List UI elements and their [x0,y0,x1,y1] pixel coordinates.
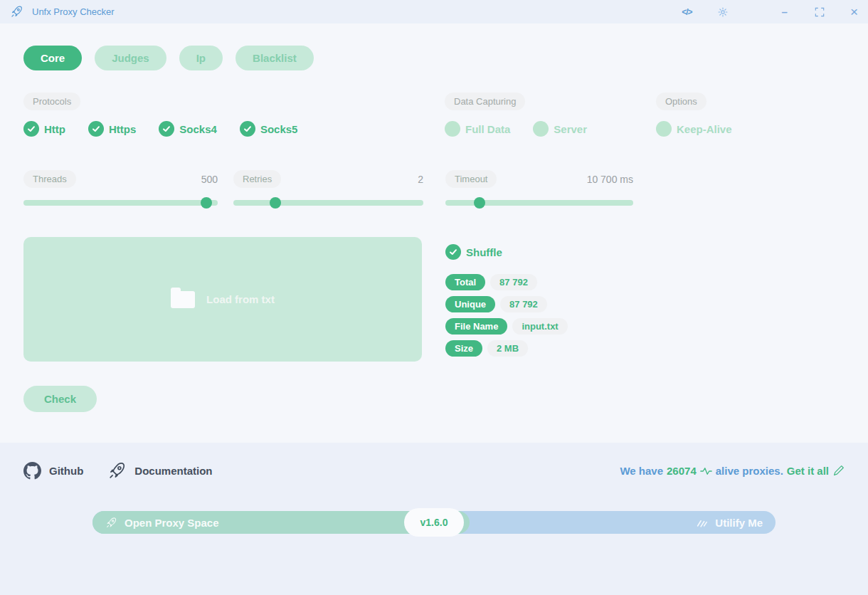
utilify-me-link[interactable]: Utilify Me [470,511,776,534]
timeout-label: Timeout [445,170,497,188]
timeout-value: 10 700 ms [587,174,633,185]
alive-proxies-promo: We have 26074 alive proxies. Get it all [620,465,845,477]
maximize-button[interactable] [815,7,825,17]
promo-prefix: We have [620,465,663,477]
close-button[interactable]: × [850,4,858,20]
pulse-icon [700,467,712,475]
protocols-section-label: Protocols [23,93,80,110]
stat-key: File Name [445,318,507,335]
retries-label: Retries [233,170,281,188]
check-icon [445,244,461,260]
stat-value: 2 MB [487,340,528,357]
tab-ip[interactable]: Ip [179,46,223,70]
options-section-label: Options [656,93,706,110]
minimize-button[interactable]: – [782,6,788,18]
promo-middle: alive proxies. [716,465,783,477]
data-capturing-group: Full Data Server [445,121,656,137]
sliders-row: Threads 500 Retries 2 Timeout 10 700 ms [23,170,845,206]
check-icon [23,121,39,137]
check-icon [240,121,255,137]
threads-label: Threads [23,170,76,188]
protocols-group: Http Https Socks4 Socks5 [23,121,445,137]
load-row: Load from txt Shuffle Total 87 792 Uniqu… [23,237,845,362]
checkbox-socks5[interactable]: Socks5 [240,121,298,137]
tab-core[interactable]: Core [23,46,82,70]
promo-count: 26074 [667,465,697,477]
checkbox-server[interactable]: Server [533,121,587,137]
stat-unique: Unique 87 792 [445,296,568,312]
threads-slider: Threads 500 [23,170,218,206]
checkbox-keep-alive[interactable]: Keep-Alive [656,121,732,137]
retries-value: 2 [418,174,423,185]
app-title: Unfx Proxy Checker [32,6,115,17]
github-icon [23,462,41,480]
retries-slider-track[interactable] [233,200,423,206]
footer: Github Documentation We have 26074 alive… [0,443,868,595]
checkbox-socks4[interactable]: Socks4 [159,121,217,137]
check-icon [88,121,104,137]
options-group: Keep-Alive [656,121,845,137]
threads-slider-thumb[interactable] [201,197,212,209]
titlebar: Unfx Proxy Checker </> – × [0,0,868,23]
stat-key: Unique [445,296,495,312]
unchecked-circle-icon [445,121,460,137]
unchecked-circle-icon [656,121,672,137]
stat-size: Size 2 MB [445,340,568,357]
stat-total: Total 87 792 [445,274,568,290]
file-stats: Total 87 792 Unique 87 792 File Name inp… [445,274,568,357]
folder-icon [171,291,195,308]
documentation-rocket-icon [107,461,127,480]
version-badge: v1.6.0 [404,508,464,537]
get-it-all-link[interactable]: Get it all [787,465,829,477]
main-panel: Core Judges Ip Blacklist Protocols Data … [0,23,868,443]
stat-value: 87 792 [490,274,537,290]
timeout-slider-track[interactable] [445,200,633,206]
retries-slider-thumb[interactable] [270,197,281,209]
check-button[interactable]: Check [23,386,97,412]
tab-judges[interactable]: Judges [95,46,166,70]
checkbox-http[interactable]: Http [23,121,65,137]
stat-file-name: File Name input.txt [445,318,568,335]
bottom-bar: Open Proxy Space Utilify Me v1.6.0 [92,511,776,534]
settings-gear-icon[interactable] [718,7,728,17]
retries-slider: Retries 2 [233,170,423,206]
stat-value: 87 792 [500,296,547,312]
unchecked-circle-icon [533,121,549,137]
data-capturing-section-label: Data Capturing [445,93,525,110]
timeout-slider: Timeout 10 700 ms [445,170,633,206]
tab-bar: Core Judges Ip Blacklist [23,46,845,70]
load-from-txt-label: Load from txt [206,293,275,305]
checkbox-full-data[interactable]: Full Data [445,121,510,137]
stat-key: Size [445,340,482,357]
section-labels-row: Protocols Data Capturing Options [23,93,845,110]
rocket-icon [105,517,117,529]
load-from-txt-dropzone[interactable]: Load from txt [23,237,422,362]
devtools-icon[interactable]: </> [682,7,692,17]
github-link[interactable]: Github [23,462,83,480]
checkbox-shuffle[interactable]: Shuffle [445,244,568,260]
file-info-panel: Shuffle Total 87 792 Unique 87 792 File … [445,237,568,362]
check-icon [159,121,174,137]
tab-blacklist[interactable]: Blacklist [235,46,314,70]
documentation-link[interactable]: Documentation [107,461,212,480]
app-rocket-icon [10,5,23,19]
titlebar-controls: </> – × [682,4,858,20]
strokes-icon [695,517,708,528]
threads-value: 500 [201,174,218,185]
stat-value: input.txt [512,318,567,335]
checkbox-row: Http Https Socks4 Socks5 Full Data [23,121,845,137]
timeout-slider-thumb[interactable] [474,197,485,209]
checkbox-https[interactable]: Https [88,121,136,137]
threads-slider-track[interactable] [23,200,218,206]
stat-key: Total [445,274,485,290]
pen-icon [832,465,845,477]
